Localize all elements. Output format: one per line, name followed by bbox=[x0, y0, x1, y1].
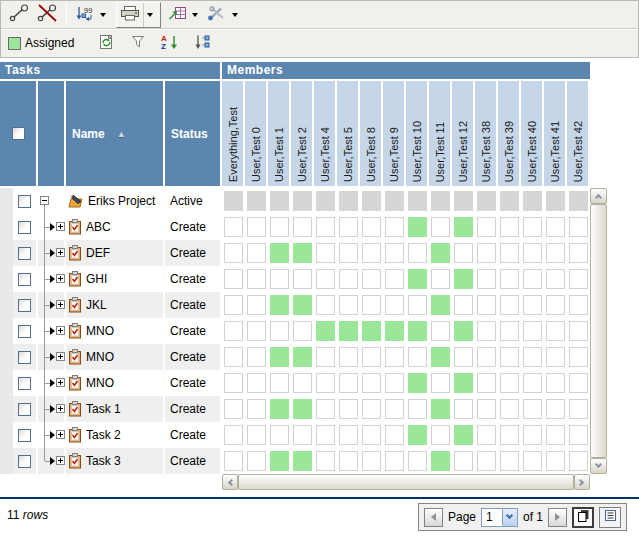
assignment-cell[interactable] bbox=[521, 240, 544, 266]
assignment-cell[interactable] bbox=[337, 422, 360, 448]
assignment-cell[interactable] bbox=[567, 344, 590, 370]
member-column-header[interactable]: User,Test 38 bbox=[475, 81, 496, 186]
assignment-cell[interactable] bbox=[245, 370, 268, 396]
assignment-cell[interactable] bbox=[544, 370, 567, 396]
assignment-cell[interactable] bbox=[314, 266, 337, 292]
assignment-cell[interactable] bbox=[475, 266, 498, 292]
assignment-cell[interactable] bbox=[360, 396, 383, 422]
tools-button[interactable] bbox=[204, 3, 230, 27]
expand-icon[interactable] bbox=[56, 326, 65, 335]
row-checkbox[interactable] bbox=[18, 403, 31, 416]
scroll-left-button[interactable] bbox=[222, 474, 238, 490]
assignment-cell[interactable] bbox=[360, 422, 383, 448]
assignment-cell[interactable] bbox=[429, 292, 452, 318]
assignment-cell[interactable] bbox=[291, 240, 314, 266]
assignment-cell[interactable] bbox=[475, 396, 498, 422]
assignment-cell[interactable] bbox=[222, 292, 245, 318]
member-column-header[interactable]: User,Test 1 bbox=[268, 81, 289, 186]
assignment-cell[interactable] bbox=[521, 292, 544, 318]
assignment-cell[interactable] bbox=[452, 188, 475, 214]
assignment-cell[interactable] bbox=[360, 214, 383, 240]
assignment-cell[interactable] bbox=[544, 240, 567, 266]
assignment-cell[interactable] bbox=[544, 188, 567, 214]
assignment-cell[interactable] bbox=[291, 396, 314, 422]
assignment-cell[interactable] bbox=[475, 448, 498, 474]
page-select[interactable]: 1 bbox=[481, 508, 518, 527]
member-column-header[interactable]: User,Test 39 bbox=[498, 81, 519, 186]
sort-hierarchy-button[interactable] bbox=[190, 31, 214, 55]
assignment-cell[interactable] bbox=[452, 266, 475, 292]
assignment-cell[interactable] bbox=[475, 292, 498, 318]
assignment-cell[interactable] bbox=[291, 188, 314, 214]
assignment-cell[interactable] bbox=[521, 214, 544, 240]
assignment-cell[interactable] bbox=[544, 448, 567, 474]
assignment-cell[interactable] bbox=[222, 240, 245, 266]
assignment-cell[interactable] bbox=[245, 240, 268, 266]
name-column-header[interactable]: Name ▲ bbox=[66, 81, 163, 186]
assignment-cell[interactable] bbox=[452, 240, 475, 266]
assignment-cell[interactable] bbox=[521, 188, 544, 214]
assignment-cell[interactable] bbox=[567, 188, 590, 214]
assignment-cell[interactable] bbox=[360, 448, 383, 474]
expand-icon[interactable] bbox=[56, 352, 65, 361]
assignment-cell[interactable] bbox=[245, 422, 268, 448]
assignment-cell[interactable] bbox=[567, 318, 590, 344]
expand-icon[interactable] bbox=[56, 404, 65, 413]
assignment-cell[interactable] bbox=[429, 396, 452, 422]
assignment-cell[interactable] bbox=[429, 370, 452, 396]
assignment-cell[interactable] bbox=[337, 318, 360, 344]
member-column-header[interactable]: Everything,Test bbox=[222, 81, 243, 186]
assignment-cell[interactable] bbox=[498, 448, 521, 474]
assignment-cell[interactable] bbox=[245, 396, 268, 422]
member-column-header[interactable]: User,Test 2 bbox=[291, 81, 312, 186]
assignment-cell[interactable] bbox=[383, 188, 406, 214]
assignment-cell[interactable] bbox=[475, 214, 498, 240]
assignment-cell[interactable] bbox=[475, 422, 498, 448]
assignment-cell[interactable] bbox=[452, 448, 475, 474]
next-page-button[interactable] bbox=[548, 508, 567, 527]
tools-dropdown-icon[interactable] bbox=[232, 13, 238, 20]
scroll-down-button[interactable] bbox=[590, 458, 607, 474]
assignment-cell[interactable] bbox=[314, 448, 337, 474]
assignment-cell[interactable] bbox=[521, 266, 544, 292]
print-dropdown-button[interactable] bbox=[143, 3, 160, 27]
assignment-cell[interactable] bbox=[291, 344, 314, 370]
assignment-cell[interactable] bbox=[406, 188, 429, 214]
expand-icon[interactable] bbox=[56, 300, 65, 309]
assignment-cell[interactable] bbox=[498, 214, 521, 240]
assignment-cell[interactable] bbox=[337, 266, 360, 292]
member-column-header[interactable]: User,Test 4 bbox=[314, 81, 335, 186]
expand-icon[interactable] bbox=[56, 456, 65, 465]
row-arrow-icon[interactable] bbox=[50, 275, 55, 283]
row-arrow-icon[interactable] bbox=[50, 249, 55, 257]
assignment-cell[interactable] bbox=[406, 448, 429, 474]
assignment-cell[interactable] bbox=[337, 396, 360, 422]
assignment-cell[interactable] bbox=[383, 422, 406, 448]
member-column-header[interactable]: User,Test 11 bbox=[429, 81, 450, 186]
assignment-cell[interactable] bbox=[544, 292, 567, 318]
member-column-header[interactable]: User,Test 12 bbox=[452, 81, 473, 186]
collapse-icon[interactable] bbox=[40, 196, 49, 205]
assignment-cell[interactable] bbox=[498, 266, 521, 292]
assignment-cell[interactable] bbox=[222, 266, 245, 292]
assignment-cell[interactable] bbox=[429, 188, 452, 214]
assignment-cell[interactable] bbox=[268, 318, 291, 344]
assignment-cell[interactable] bbox=[360, 240, 383, 266]
assignment-cell[interactable] bbox=[567, 240, 590, 266]
assignment-cell[interactable] bbox=[222, 318, 245, 344]
assignment-cell[interactable] bbox=[383, 448, 406, 474]
assignment-cell[interactable] bbox=[475, 188, 498, 214]
assignment-cell[interactable] bbox=[245, 292, 268, 318]
assignment-cell[interactable] bbox=[567, 292, 590, 318]
assignment-cell[interactable] bbox=[268, 214, 291, 240]
assignment-cell[interactable] bbox=[268, 240, 291, 266]
assignment-cell[interactable] bbox=[567, 370, 590, 396]
assignment-cell[interactable] bbox=[314, 188, 337, 214]
assignment-cell[interactable] bbox=[360, 188, 383, 214]
filter-button[interactable] bbox=[126, 31, 150, 55]
expand-icon[interactable] bbox=[56, 430, 65, 439]
member-column-header[interactable]: User,Test 0 bbox=[245, 81, 266, 186]
assignment-cell[interactable] bbox=[452, 422, 475, 448]
member-column-header[interactable]: User,Test 5 bbox=[337, 81, 358, 186]
assignment-cell[interactable] bbox=[498, 188, 521, 214]
